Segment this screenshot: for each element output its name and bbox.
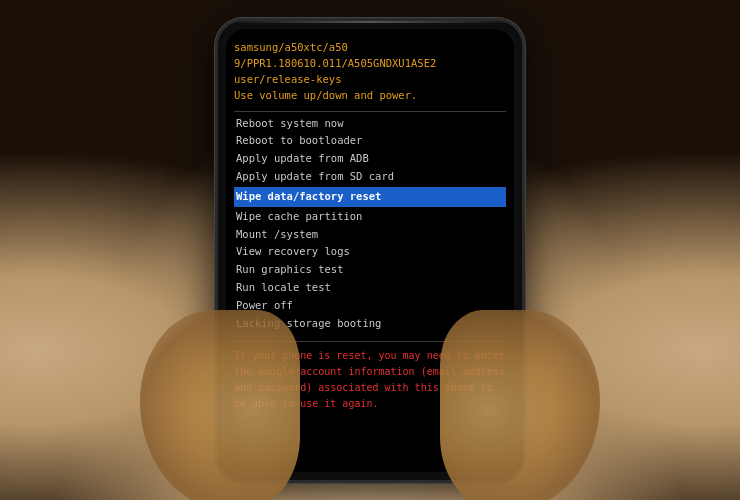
hand-right (440, 310, 600, 500)
menu-item-3[interactable]: Apply update from SD card (234, 168, 506, 186)
menu-item-10[interactable]: Power off (234, 297, 506, 315)
volume-button[interactable] (215, 121, 217, 146)
menu-item-0[interactable]: Reboot system now (234, 115, 506, 133)
menu-item-4[interactable]: Wipe data/factory reset (234, 187, 506, 207)
scene: samsung/a50xtc/a50 9/PPR1.180610.011/A50… (0, 0, 740, 500)
device-instructions: Use volume up/down and power. (234, 87, 506, 103)
menu-item-9[interactable]: Run locale test (234, 279, 506, 297)
menu-item-6[interactable]: Mount /system (234, 226, 506, 244)
volume-down-button[interactable] (523, 146, 525, 171)
menu-item-5[interactable]: Wipe cache partition (234, 208, 506, 226)
recovery-menu: Reboot system nowReboot to bootloaderApp… (234, 115, 506, 333)
power-button[interactable] (523, 101, 525, 136)
menu-item-8[interactable]: Run graphics test (234, 261, 506, 279)
device-model-line1: samsung/a50xtc/a50 (234, 39, 506, 55)
device-info-section: samsung/a50xtc/a50 9/PPR1.180610.011/A50… (234, 39, 506, 104)
phone-wrapper: samsung/a50xtc/a50 9/PPR1.180610.011/A50… (200, 10, 540, 490)
menu-item-2[interactable]: Apply update from ADB (234, 150, 506, 168)
device-model-line3: user/release-keys (234, 71, 506, 87)
menu-item-1[interactable]: Reboot to bootloader (234, 132, 506, 150)
device-model-line2: 9/PPR1.180610.011/A505GNDXU1ASE2 (234, 55, 506, 71)
menu-item-7[interactable]: View recovery logs (234, 243, 506, 261)
hand-left (140, 310, 300, 500)
divider-top (234, 111, 506, 112)
